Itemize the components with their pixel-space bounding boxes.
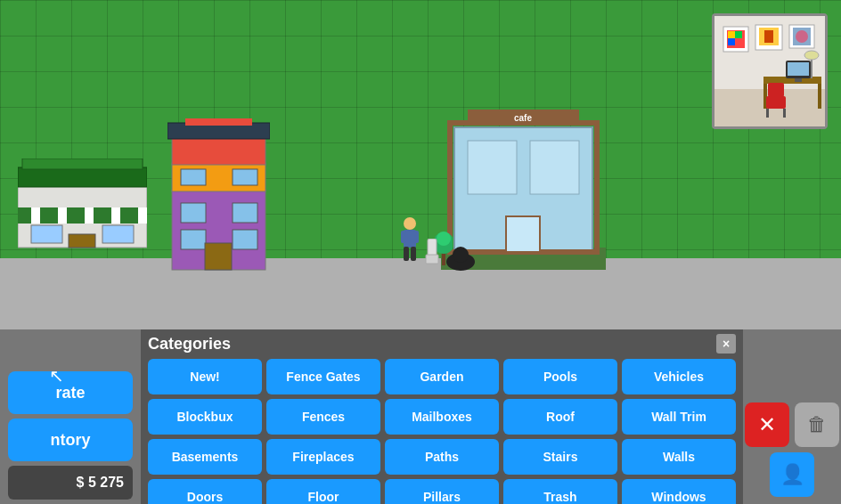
svg-rect-31 [506,216,540,252]
svg-rect-27 [468,141,517,194]
svg-rect-19 [181,230,206,249]
bottom-panel: rate ntory $ 5 275 Categories × New!Fenc… [0,329,841,504]
svg-rect-53 [735,31,742,38]
category-stairs-button[interactable]: Stairs [503,439,617,475]
category-doors-button[interactable]: Doors [148,479,262,504]
svg-rect-3 [40,207,58,224]
svg-rect-67 [766,96,786,109]
inventory-button[interactable]: ntory [8,419,133,461]
svg-rect-7 [31,225,62,243]
svg-rect-8 [102,225,134,243]
category-wall-trim-button[interactable]: Wall Trim [622,399,736,435]
svg-rect-17 [181,203,206,223]
svg-rect-41 [411,247,416,261]
svg-rect-57 [764,30,773,43]
category-floor-button[interactable]: Floor [266,479,380,504]
category-fireplaces-button[interactable]: Fireplaces [266,439,380,475]
money-display: $ 5 275 [8,466,133,500]
white-object [424,239,440,269]
trash-button[interactable]: 🗑 [795,402,839,447]
svg-rect-5 [94,207,111,224]
svg-point-36 [404,217,416,230]
mini-room-thumbnail [712,13,828,129]
svg-point-43 [453,247,469,263]
svg-rect-2 [18,207,31,224]
right-action-bar: ✕ 🗑 👤 [743,329,841,504]
category-basements-button[interactable]: Basements [148,439,262,475]
svg-rect-66 [795,78,802,82]
person-button[interactable]: 👤 [770,452,814,497]
category-blockbux-button[interactable]: Blockbux [148,399,262,435]
category-new-button[interactable]: New! [148,359,262,394]
svg-rect-10 [18,167,147,187]
svg-rect-14 [172,136,265,165]
svg-rect-68 [768,83,784,97]
category-fence-gates-button[interactable]: Fence Gates [266,359,380,394]
action-row: ✕ 🗑 [745,402,839,447]
svg-rect-23 [233,169,257,185]
category-fences-button[interactable]: Fences [266,399,380,435]
shop-building [18,159,147,278]
svg-rect-40 [404,247,409,261]
game-world: cafe [0,0,841,329]
svg-text:cafe: cafe [514,113,532,123]
svg-rect-4 [67,207,85,224]
category-pools-button[interactable]: Pools [503,359,617,394]
category-mailboxes-button[interactable]: Mailboxes [385,399,499,435]
svg-rect-44 [428,239,437,256]
character [396,216,423,269]
categories-panel: Categories × New!Fence GatesGardenPoolsV… [141,329,743,504]
svg-rect-52 [728,38,735,45]
svg-rect-51 [728,31,735,38]
category-roof-button[interactable]: Roof [503,399,617,435]
svg-rect-6 [120,207,138,224]
svg-rect-63 [818,84,821,109]
delete-button[interactable]: ✕ [745,402,789,447]
svg-point-72 [804,51,819,60]
category-paths-button[interactable]: Paths [385,439,499,475]
svg-rect-18 [233,203,257,223]
categories-title-bar: Categories × [148,334,736,354]
svg-rect-65 [788,62,809,76]
category-trash-button[interactable]: Trash [503,479,617,504]
svg-rect-38 [401,231,406,243]
category-windows-button[interactable]: Windows [622,479,736,504]
svg-point-60 [796,30,808,43]
category-garden-button[interactable]: Garden [385,359,499,394]
black-blob [445,244,477,274]
left-sidebar: rate ntory $ 5 275 [0,329,141,504]
svg-rect-21 [205,243,232,270]
category-pillars-button[interactable]: Pillars [385,479,499,504]
category-walls-button[interactable]: Walls [622,439,736,475]
category-vehicles-button[interactable]: Vehicles [622,359,736,394]
categories-close-button[interactable]: × [716,334,736,354]
svg-rect-9 [69,234,95,248]
grid-background: cafe [0,0,841,329]
svg-rect-70 [783,109,786,118]
svg-rect-20 [233,230,257,249]
svg-rect-28 [530,141,579,194]
svg-rect-16 [185,118,252,126]
svg-rect-45 [426,255,438,264]
colorful-building [167,118,270,278]
categories-grid: New!Fence GatesGardenPoolsVehiclesBlockb… [148,359,736,504]
svg-rect-11 [22,159,143,169]
svg-rect-22 [181,169,206,185]
svg-rect-54 [735,38,742,45]
svg-rect-69 [766,109,769,118]
svg-rect-39 [413,231,419,243]
generate-button[interactable]: rate [8,371,133,414]
categories-title: Categories [148,335,231,354]
